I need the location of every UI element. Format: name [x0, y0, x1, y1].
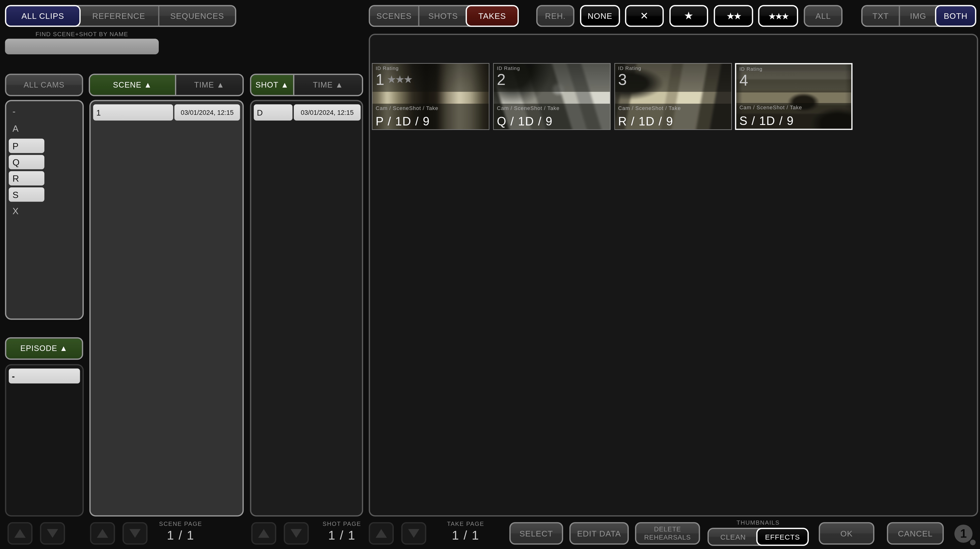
tab-img[interactable]: IMG	[899, 6, 936, 25]
take-identifier: S / 1D / 9	[740, 115, 794, 128]
shot-page-up-button[interactable]	[251, 522, 276, 545]
filter-rating-3star-button[interactable]: ★★★	[758, 5, 798, 27]
cam-sceneshot-take-label: Cam / SceneShot / Take	[740, 104, 802, 110]
all-cams-button[interactable]: ALL CAMS	[5, 74, 83, 96]
edit-data-button[interactable]: EDIT DATA	[570, 522, 629, 545]
cam-sceneshot-take-label: Cam / SceneShot / Take	[375, 105, 438, 111]
library-tabs: ALL CLIPS REFERENCE SEQUENCES	[5, 5, 236, 27]
delete-rehearsals-line1: DELETE	[654, 526, 681, 533]
delete-rehearsals-line2: REHEARSALS	[644, 533, 691, 541]
take-page-label: TAKE PAGE	[419, 520, 513, 527]
page-indicator-badge[interactable]: 1	[955, 525, 972, 543]
up-arrow-icon	[14, 529, 26, 538]
tab-txt[interactable]: TXT	[862, 6, 899, 25]
tab-all-clips[interactable]: ALL CLIPS	[5, 5, 81, 27]
take-page-up-button[interactable]	[369, 522, 394, 545]
up-arrow-icon	[375, 529, 387, 538]
tab-sequences[interactable]: SEQUENCES	[158, 6, 235, 25]
sort-by-scene-time-button[interactable]: TIME ▲	[177, 75, 243, 95]
episode-list: -	[5, 364, 84, 517]
rating-stars-icon: ★★★	[387, 73, 412, 86]
down-arrow-icon	[408, 529, 420, 538]
select-button[interactable]: SELECT	[509, 522, 563, 545]
take-info-overlay: ID Rating 2	[494, 64, 610, 92]
find-scene-shot-input[interactable]	[5, 39, 159, 54]
take-id: 2	[497, 71, 506, 88]
shot-name-cell[interactable]: D	[254, 104, 293, 120]
app-window: ALL CLIPS REFERENCE SEQUENCES FIND SCENE…	[0, 0, 980, 549]
cam-list-up-button[interactable]	[8, 522, 33, 545]
down-arrow-icon	[47, 529, 58, 538]
tab-reference[interactable]: REFERENCE	[80, 6, 158, 25]
take-info-overlay: ID Rating 1 ★★★	[372, 64, 489, 92]
scene-page-label: SCENE PAGE	[134, 520, 228, 527]
episode-sort-header: EPISODE ▲	[5, 337, 83, 360]
cam-item[interactable]: X	[13, 206, 19, 216]
take-identifier: P / 1D / 9	[375, 115, 430, 129]
take-id: 1	[375, 71, 384, 88]
cam-item-selected[interactable]: R	[9, 171, 45, 186]
filter-rating-all-button[interactable]: ALL	[804, 5, 843, 27]
scene-name-cell[interactable]: 1	[93, 104, 173, 120]
filter-rehearsal-button[interactable]: REH.	[536, 5, 574, 27]
filter-rating-none-button[interactable]: NONE	[580, 5, 620, 27]
take-caption-overlay: Cam / SceneShot / Take P / 1D / 9	[372, 104, 489, 129]
cam-sceneshot-take-label: Cam / SceneShot / Take	[618, 105, 681, 111]
view-tabs: SCENES SHOTS TAKES	[369, 5, 517, 27]
cam-item[interactable]: A	[13, 124, 19, 134]
filter-rating-2star-button[interactable]: ★★	[714, 5, 753, 27]
shot-sort-header: SHOT ▲ TIME ▲	[250, 74, 363, 96]
up-arrow-icon	[97, 529, 108, 538]
thumbnails-clean-button[interactable]: CLEAN	[709, 529, 757, 545]
tab-both[interactable]: BOTH	[935, 5, 976, 27]
ok-button[interactable]: OK	[819, 522, 875, 545]
take-id: 3	[618, 71, 627, 88]
take-identifier: Q / 1D / 9	[497, 115, 553, 129]
take-identifier: R / 1D / 9	[618, 115, 673, 129]
take-card-q[interactable]: ID Rating 2 Cam / SceneShot / Take Q / 1…	[493, 63, 611, 130]
cam-list-down-button[interactable]	[40, 522, 65, 545]
take-info-overlay: ID Rating 3	[615, 64, 731, 92]
scene-list: 1 03/01/2024, 12:15	[89, 100, 244, 516]
scene-sort-header: SCENE ▲ TIME ▲	[89, 74, 244, 96]
episode-row[interactable]: -	[9, 369, 80, 384]
tab-shots[interactable]: SHOTS	[418, 6, 467, 25]
thumbnails-label: THUMBNAILS	[711, 519, 805, 526]
filter-rating-1star-button[interactable]: ★	[670, 5, 708, 27]
sort-by-shot-time-button[interactable]: TIME ▲	[294, 75, 362, 95]
take-id: 4	[740, 72, 748, 89]
scene-time-cell[interactable]: 03/01/2024, 12:15	[175, 104, 240, 120]
take-caption-overlay: Cam / SceneShot / Take R / 1D / 9	[615, 104, 731, 129]
cam-item[interactable]: -	[13, 106, 16, 116]
scene-page-value: 1 / 1	[134, 528, 228, 543]
take-caption-overlay: Cam / SceneShot / Take S / 1D / 9	[736, 103, 851, 129]
cam-item-selected[interactable]: Q	[9, 155, 45, 169]
take-card-s-selected[interactable]: ID Rating 4 Cam / SceneShot / Take S / 1…	[735, 63, 853, 130]
shot-time-cell[interactable]: 03/01/2024, 12:15	[294, 104, 361, 120]
find-scene-shot-label: FIND SCENE+SHOT BY NAME	[5, 31, 159, 37]
cam-list: - A P Q R S X	[5, 100, 84, 320]
sort-by-shot-button[interactable]: SHOT ▲	[251, 75, 294, 95]
page-indicator-dot	[970, 539, 976, 545]
delete-rehearsals-button[interactable]: DELETE REHEARSALS	[635, 522, 700, 545]
cam-sceneshot-take-label: Cam / SceneShot / Take	[497, 105, 560, 111]
tab-takes[interactable]: TAKES	[466, 5, 519, 27]
up-arrow-icon	[258, 529, 269, 538]
tab-scenes[interactable]: SCENES	[370, 6, 418, 25]
scene-page-up-button[interactable]	[90, 522, 115, 545]
take-caption-overlay: Cam / SceneShot / Take Q / 1D / 9	[494, 104, 610, 129]
take-page-value: 1 / 1	[419, 528, 513, 543]
sort-by-episode-button[interactable]: EPISODE ▲	[6, 339, 82, 358]
sort-by-scene-button[interactable]: SCENE ▲	[90, 75, 177, 95]
thumbnails-effects-button[interactable]: EFFECTS	[756, 528, 809, 546]
thumbnails-toggle: CLEAN EFFECTS	[708, 528, 808, 546]
cam-item-selected[interactable]: P	[9, 139, 45, 153]
filter-rating-rejected-button[interactable]: ✕	[625, 5, 664, 27]
cam-item-selected[interactable]: S	[9, 188, 45, 202]
cancel-button[interactable]: CANCEL	[887, 522, 944, 545]
media-tabs: TXT IMG BOTH	[861, 5, 975, 27]
take-card-r[interactable]: ID Rating 3 Cam / SceneShot / Take R / 1…	[614, 63, 732, 130]
take-card-p[interactable]: ID Rating 1 ★★★ Cam / SceneShot / Take P…	[372, 63, 489, 130]
shot-list: D 03/01/2024, 12:15	[250, 100, 363, 516]
take-info-overlay: ID Rating 4	[736, 64, 851, 92]
